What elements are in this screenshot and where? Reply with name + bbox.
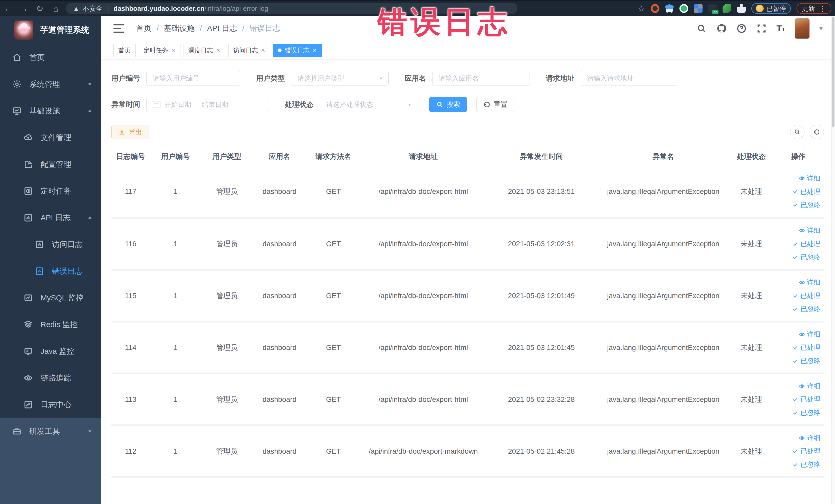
user-menu-caret-icon[interactable]: ▾ (819, 24, 823, 32)
refresh-table-button[interactable] (810, 125, 824, 139)
mark-ignored-link[interactable]: 已忽略 (773, 198, 820, 211)
close-icon[interactable]: ✕ (171, 47, 176, 54)
extension-leaf-icon[interactable] (722, 4, 731, 13)
extension-shield-icon[interactable] (665, 4, 674, 13)
request-url-input[interactable] (581, 71, 678, 86)
mark-ignored-link[interactable]: 已忽略 (773, 302, 820, 316)
sidebar-item-scheduled-tasks[interactable]: 定时任务 (0, 178, 101, 204)
sidebar: 芋道管理系统 首页 系统管理 ▾ 基础设施 ▾ 文件管理 配置管理 定时任务 (0, 16, 101, 504)
breadcrumb-home[interactable]: 首页 (136, 23, 151, 34)
address-bar[interactable]: ▲ 不安全 | dashboard.yudao.iocoder.cn /infr… (66, 3, 517, 14)
sidebar-item-dev-tools[interactable]: 研发工具 ▾ (0, 418, 101, 445)
sidebar-toggle-icon[interactable] (114, 24, 124, 33)
sidebar-item-file-management[interactable]: 文件管理 (0, 124, 101, 151)
mark-processed-link[interactable]: 已处理 (773, 237, 820, 250)
exception-time-range-picker[interactable]: 开始日期 - 结束日期 (146, 97, 269, 112)
chrome-update-button[interactable]: 更新 ⋮ (796, 3, 831, 14)
mark-ignored-link[interactable]: 已忽略 (773, 354, 820, 368)
bookmark-star-icon[interactable]: ☆ (638, 4, 645, 13)
detail-link[interactable]: 详细 (773, 328, 820, 341)
detail-link[interactable]: 详细 (773, 172, 820, 185)
mark-ignored-link[interactable]: 已忽略 (773, 406, 820, 420)
col-user-id: 用户编号 (150, 147, 201, 166)
close-icon[interactable]: ✕ (216, 47, 221, 54)
mark-ignored-link[interactable]: 已忽略 (773, 250, 820, 264)
sidebar-item-label: 链路追踪 (41, 373, 72, 383)
sidebar-item-mysql-monitor[interactable]: MySQL 监控 (0, 284, 101, 311)
help-icon[interactable] (736, 23, 747, 34)
sidebar-item-redis-monitor[interactable]: Redis 监控 (0, 311, 101, 338)
detail-link[interactable]: 详细 (773, 276, 820, 289)
breadcrumb-api-log[interactable]: API 日志 (207, 23, 237, 34)
security-label[interactable]: 不安全 (83, 4, 103, 13)
cell-user-id: 1 (150, 425, 201, 477)
page-scrollbar[interactable] (831, 16, 835, 504)
user-type-select[interactable]: 请选择用户类型 ▾ (291, 71, 389, 86)
browser-menu-icon[interactable]: ⋮ (819, 4, 826, 13)
mark-processed-link[interactable]: 已处理 (773, 289, 820, 302)
tab-label: 访问日志 (233, 46, 258, 55)
github-icon[interactable] (716, 23, 727, 34)
sidebar-item-java-monitor[interactable]: Java 监控 (0, 338, 101, 365)
cell-exception-time: 2021-05-02 23:32:28 (486, 374, 596, 425)
detail-link[interactable]: 详细 (773, 380, 820, 393)
sidebar-item-access-log[interactable]: 访问日志 (0, 231, 101, 258)
extension-green-circle-icon[interactable] (679, 4, 688, 13)
extension-on-badge-icon[interactable]: on (708, 4, 717, 13)
breadcrumb-infrastructure[interactable]: 基础设施 (164, 23, 195, 34)
tab-access-log[interactable]: 访问日志 ✕ (228, 44, 270, 57)
process-status-select[interactable]: 请选择处理状态 ▾ (320, 97, 418, 112)
back-icon[interactable]: ← (0, 4, 16, 14)
reload-icon[interactable]: ↻ (32, 3, 48, 14)
extension-orange-icon[interactable] (651, 4, 659, 13)
tags-view-bar: 首页 定时任务 ✕ 调度日志 ✕ 访问日志 ✕ 错误日志 ✕ (101, 41, 835, 60)
cell-log-id: 113 (111, 374, 150, 425)
start-date-placeholder: 开始日期 (165, 100, 191, 109)
mark-processed-link[interactable]: 已处理 (773, 185, 820, 198)
sidebar-item-label: 配置管理 (41, 159, 72, 170)
user-avatar[interactable] (795, 18, 810, 39)
close-icon[interactable]: ✕ (261, 47, 265, 54)
reset-button[interactable]: 重置 (476, 97, 514, 112)
extension-puzzle-icon[interactable] (737, 4, 746, 13)
cell-status: 未处理 (730, 322, 773, 374)
extension-grid-icon[interactable] (694, 4, 702, 13)
sidebar-item-system-management[interactable]: 系统管理 ▾ (0, 71, 101, 98)
export-button[interactable]: 导出 (111, 125, 149, 139)
tab-error-log[interactable]: 错误日志 ✕ (273, 44, 322, 57)
mark-processed-link[interactable]: 已处理 (773, 341, 820, 354)
forward-icon[interactable]: → (16, 4, 32, 14)
sidebar-item-trace[interactable]: 链路追踪 (0, 365, 101, 391)
sidebar-item-api-log[interactable]: API 日志 ▾ (0, 204, 101, 231)
exception-time-label: 异常时间 (111, 100, 140, 109)
user-id-input[interactable] (146, 71, 240, 86)
api-log-icon (24, 213, 33, 222)
col-user-type: 用户类型 (201, 147, 252, 166)
sidebar-item-log-center[interactable]: 日志中心 (0, 391, 101, 418)
toggle-search-button[interactable] (790, 125, 805, 139)
chevron-up-icon: ▾ (88, 108, 91, 114)
mark-ignored-link[interactable]: 已忽略 (773, 458, 820, 471)
sidebar-item-config-management[interactable]: 配置管理 (0, 151, 101, 178)
breadcrumb-separator: / (200, 24, 202, 33)
close-icon[interactable]: ✕ (312, 47, 317, 54)
font-size-icon[interactable]: TT (776, 23, 785, 33)
detail-link[interactable]: 详细 (773, 224, 820, 237)
profile-paused-chip[interactable]: 已暂停 (751, 3, 791, 14)
app-name-input[interactable] (432, 71, 530, 86)
sidebar-item-home[interactable]: 首页 (0, 44, 101, 71)
mark-processed-link[interactable]: 已处理 (773, 393, 820, 406)
fullscreen-icon[interactable] (756, 23, 767, 34)
app-logo-row[interactable]: 芋道管理系统 (0, 16, 101, 44)
scrollbar-thumb[interactable] (832, 17, 834, 127)
tab-home[interactable]: 首页 (114, 44, 136, 57)
tab-scheduled-tasks[interactable]: 定时任务 ✕ (139, 44, 180, 57)
search-icon[interactable] (696, 23, 707, 34)
detail-link[interactable]: 详细 (773, 431, 820, 445)
tab-schedule-log[interactable]: 调度日志 ✕ (184, 44, 225, 57)
sidebar-item-error-log[interactable]: 错误日志 (0, 258, 101, 284)
sidebar-item-infrastructure[interactable]: 基础设施 ▾ (0, 98, 101, 124)
mark-processed-link[interactable]: 已处理 (773, 445, 820, 458)
home-icon[interactable]: ⌂ (48, 4, 64, 14)
search-button[interactable]: 搜索 (429, 97, 467, 112)
